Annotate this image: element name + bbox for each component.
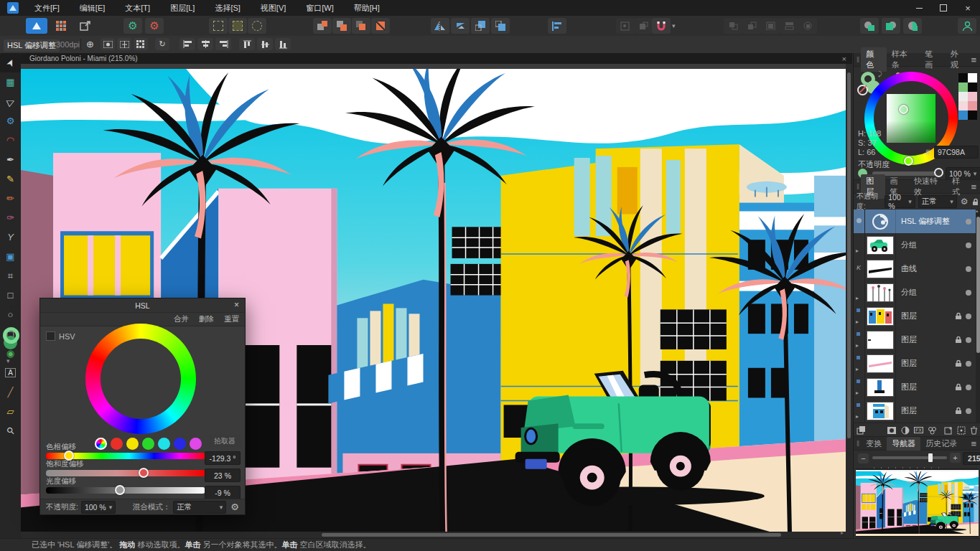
menu-layer[interactable]: 图层[L]: [160, 0, 205, 16]
pixel-grid-button[interactable]: [134, 38, 148, 50]
delete-layer-icon[interactable]: [970, 426, 978, 435]
close-document-icon[interactable]: ×: [842, 55, 846, 63]
layer-row-road[interactable]: ▸ 图层: [854, 352, 976, 376]
account-button[interactable]: [958, 18, 976, 34]
insert-mode-icon-1[interactable]: [724, 18, 742, 34]
document-settings-button[interactable]: ⚙: [123, 18, 142, 34]
slice-icon-2[interactable]: [228, 18, 247, 34]
layer-visibility-dot[interactable]: [966, 290, 971, 296]
fill-stroke-chevron[interactable]: ▾: [6, 357, 10, 364]
layer-visibility-dot[interactable]: [966, 385, 971, 390]
zoom-percent-value[interactable]: 215 %: [963, 452, 980, 465]
panel-menu-icon[interactable]: ≡: [971, 55, 976, 65]
merge-button[interactable]: 合并: [174, 314, 189, 324]
layer-lock-icon[interactable]: [955, 383, 962, 391]
layers-scrollbar[interactable]: ▴: [976, 209, 980, 423]
node-tool[interactable]: ▷: [0, 92, 21, 111]
hsl-dialog-titlebar[interactable]: HSL ×: [40, 298, 245, 313]
restore-button[interactable]: [931, 0, 956, 16]
snap-center-icon[interactable]: ⊕: [86, 39, 94, 50]
menu-edit[interactable]: 编辑[E]: [70, 0, 115, 16]
layer-visibility-dot[interactable]: [966, 337, 971, 343]
swatch-green[interactable]: [142, 438, 154, 450]
mask-layer-icon[interactable]: [887, 426, 897, 435]
duplicate-layer-icon[interactable]: [857, 425, 866, 435]
scroll-right-arrow[interactable]: ▸: [841, 529, 844, 536]
navigator-zoom-slider[interactable]: [872, 456, 947, 459]
align-middle-button[interactable]: [257, 38, 273, 50]
transparency-tool[interactable]: Y: [0, 227, 21, 247]
pixel-persona-button[interactable]: [50, 18, 72, 34]
menu-file[interactable]: 文件[F]: [24, 0, 70, 16]
layer-row-buildings[interactable]: ▸ 图层: [854, 304, 976, 329]
slice-icon-1[interactable]: [209, 18, 228, 34]
crop-tool[interactable]: ⌗: [0, 266, 21, 286]
insert-mode-icon-3[interactable]: [761, 18, 780, 34]
picker-button[interactable]: 拾取器: [209, 435, 241, 447]
layer-visibility-dot[interactable]: [966, 242, 971, 248]
pattern-layer-icon[interactable]: [928, 426, 937, 435]
navigator-thumbnail[interactable]: [856, 468, 979, 537]
hue-shift-value[interactable]: -129.3 °: [205, 451, 241, 465]
saturation-box[interactable]: [887, 94, 935, 143]
layers-settings-icon[interactable]: ⚙: [961, 197, 969, 207]
boolean-add-button[interactable]: [313, 18, 332, 34]
fill-stroke-indicator[interactable]: [2, 327, 19, 353]
layer-row-pillar[interactable]: ▸ 图层: [854, 375, 976, 400]
blend-mode-dropdown[interactable]: 正常▾: [173, 501, 226, 514]
layer-lock-icon[interactable]: [955, 359, 962, 367]
layer-lock-icon[interactable]: [955, 312, 962, 320]
insert-mode-icon-4[interactable]: [780, 18, 798, 34]
move-tool[interactable]: ➤: [0, 53, 21, 72]
luminosity-shift-thumb[interactable]: [115, 485, 125, 495]
alignment-button[interactable]: [548, 18, 566, 34]
tab-history[interactable]: 历史记录: [920, 437, 962, 451]
document-tab[interactable]: Giordano Poloni - Miami (215.0%): [29, 55, 138, 62]
saturation-shift-slider[interactable]: [46, 470, 205, 476]
panel-grip[interactable]: ‖: [857, 56, 859, 64]
saturation-marker[interactable]: [899, 105, 908, 114]
move-forward-button[interactable]: [471, 18, 490, 34]
boolean-subtract-button[interactable]: [332, 18, 351, 34]
panel-menu-icon[interactable]: ≡: [971, 182, 976, 192]
swatch-magenta[interactable]: [190, 438, 202, 450]
menu-window[interactable]: 窗口[W]: [296, 0, 344, 16]
swatch-cyan[interactable]: [158, 438, 170, 450]
align-left-button[interactable]: [179, 38, 195, 50]
layer-visibility-dot[interactable]: [966, 361, 971, 367]
text-tool[interactable]: A: [0, 363, 21, 382]
paint-brush-tool[interactable]: ✑: [0, 208, 21, 227]
snapping-options-chevron[interactable]: ▾: [672, 22, 676, 29]
layer-visibility-dot[interactable]: [966, 408, 971, 414]
align-bottom-button[interactable]: [275, 38, 291, 50]
slice-icon-3[interactable]: [248, 18, 266, 34]
menu-select[interactable]: 选择[S]: [205, 0, 250, 16]
panel-grip[interactable]: ‖: [857, 183, 859, 191]
menu-view[interactable]: 视图[V]: [251, 0, 296, 16]
align-center-button[interactable]: [197, 38, 213, 50]
measure-tool[interactable]: ▱: [0, 402, 21, 421]
layer-visibility-dot[interactable]: [966, 219, 971, 225]
tab-transform[interactable]: 变换: [861, 437, 887, 451]
flip-vertical-button[interactable]: [451, 18, 470, 34]
pen-tool[interactable]: ✒: [0, 150, 21, 169]
saturation-shift-thumb[interactable]: [139, 468, 149, 478]
artboard-tool[interactable]: ▦: [0, 72, 21, 92]
rotate-canvas-button[interactable]: ↻: [155, 38, 169, 50]
place-image-tool[interactable]: ▣: [0, 247, 21, 266]
snapping-magnet-button[interactable]: [652, 18, 671, 34]
fx-icon[interactable]: FX: [914, 427, 923, 433]
hsl-dialog-close-icon[interactable]: ×: [234, 300, 239, 310]
delete-button[interactable]: 删除: [199, 314, 214, 324]
tab-swatches[interactable]: 样本条: [887, 47, 920, 72]
menu-text[interactable]: 文本[T]: [115, 0, 160, 16]
boolean-divide-button[interactable]: [371, 18, 390, 34]
tab-stroke[interactable]: 笔画: [920, 47, 946, 72]
layer-lock-icon[interactable]: [955, 336, 962, 344]
adjustment-layer-icon[interactable]: [901, 426, 910, 435]
color-picker-tool[interactable]: ╱: [0, 382, 21, 402]
hsv-checkbox[interactable]: [46, 331, 55, 341]
move-backward-button[interactable]: [491, 18, 510, 34]
hex-field[interactable]: 97C98A: [934, 146, 979, 159]
panel-grip[interactable]: ‖: [857, 440, 859, 448]
